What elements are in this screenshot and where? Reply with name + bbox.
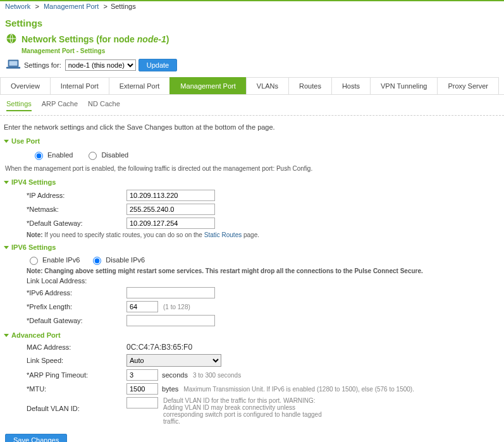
settings-for-row: Settings for: node-1 (this node) Update (5, 58, 504, 72)
mac-label: MAC Address: (0, 343, 126, 351)
breadcrumb-sep: > (35, 3, 39, 10)
settings-for-select[interactable]: node-1 (this node) (65, 59, 136, 71)
ipv4-ip-label: *IP Address: (0, 192, 126, 199)
laptop-icon (5, 58, 22, 72)
tab-management-port[interactable]: Management Port (169, 77, 246, 94)
tab-hosts[interactable]: Hosts (331, 77, 371, 94)
use-port-enabled-label: Enabled (47, 151, 73, 159)
arp-timeout-input[interactable] (126, 369, 158, 381)
tab-external-port[interactable]: External Port (109, 77, 171, 94)
ipv6-disable-radio[interactable] (93, 257, 101, 265)
arp-unit: seconds (162, 371, 188, 379)
network-settings-title: Network Settings (for node node-1) (22, 34, 169, 44)
vlan-input[interactable] (126, 397, 158, 408)
page-title: Settings (5, 18, 504, 28)
section-advanced-label: Advanced Port (11, 331, 61, 339)
chevron-down-icon (4, 334, 9, 337)
vlan-label: Default VLAN ID: (0, 397, 126, 412)
use-port-disabled-label: Disabled (101, 151, 128, 159)
tab-routes[interactable]: Routes (288, 77, 332, 94)
network-icon (5, 32, 18, 46)
ipv6-prefix-label: *Prefix Length: (0, 303, 126, 310)
use-port-disabled[interactable]: Disabled (85, 150, 128, 160)
net-title-suffix: ) (166, 34, 169, 44)
section-use-port-label: Use Port (11, 137, 40, 145)
breadcrumb-settings: Settings (111, 3, 136, 10)
subtab-settings[interactable]: Settings (6, 100, 32, 111)
breadcrumb-sep: > (103, 3, 107, 10)
main-tabs: Overview Internal Port External Port Man… (0, 77, 504, 95)
ipv6-enable[interactable]: Enable IPv6 (27, 255, 80, 265)
breadcrumb: Network > Management Port > Settings (0, 0, 504, 11)
ipv6-radios: Enable IPv6 Disable IPv6 (27, 255, 504, 265)
chevron-down-icon (4, 246, 9, 249)
section-use-port[interactable]: Use Port (4, 137, 500, 145)
section-ipv4[interactable]: IPV4 Settings (4, 178, 500, 186)
ipv6-disable[interactable]: Disable IPv6 (90, 255, 145, 265)
sub-breadcrumb: Management Port - Settings (22, 47, 504, 54)
ipv6-disable-label: Disable IPv6 (106, 256, 145, 264)
arp-hint: 3 to 300 seconds (193, 372, 241, 379)
ipv4-netmask-label: *Netmask: (0, 206, 126, 213)
link-speed-label: Link Speed: (0, 357, 126, 364)
tab-internal-port[interactable]: Internal Port (50, 77, 109, 94)
mgmt-port-help: When the management port is enabled, the… (5, 165, 499, 172)
arp-timeout-label: *ARP Ping Timeout: (0, 371, 126, 379)
ipv6-linklocal-label: Link Local Address: (0, 277, 126, 285)
note-bold: Note: (27, 231, 43, 238)
use-port-enabled[interactable]: Enabled (32, 150, 73, 160)
ipv6-enable-label: Enable IPv6 (42, 256, 80, 264)
ipv6-prefix-input[interactable] (126, 301, 158, 312)
use-port-enabled-radio[interactable] (35, 152, 43, 160)
note-text: If you need to specify static routes, yo… (43, 231, 204, 238)
ipv4-gateway-input[interactable] (126, 218, 215, 229)
ipv6-address-label: *IPv6 Address: (0, 289, 126, 297)
svg-rect-2 (9, 61, 18, 65)
settings-for-label: Settings for: (24, 61, 61, 69)
section-advanced[interactable]: Advanced Port (4, 331, 500, 339)
tab-overview[interactable]: Overview (0, 77, 51, 94)
subtab-nd-cache[interactable]: ND Cache (88, 100, 120, 111)
link-speed-select[interactable]: Auto (126, 354, 221, 367)
network-settings-header: Network Settings (for node node-1) (5, 32, 504, 46)
static-routes-link[interactable]: Static Routes (204, 231, 242, 238)
use-port-radios: Enabled Disabled (32, 150, 504, 160)
sub-tabs: Settings ARP Cache ND Cache (0, 95, 504, 116)
ipv4-gateway-label: *Default Gateway: (0, 219, 126, 227)
subtab-arp-cache[interactable]: ARP Cache (42, 100, 78, 111)
net-title-prefix: Network Settings (for node (22, 34, 137, 44)
save-changes-button[interactable]: Save Changes (5, 434, 67, 442)
chevron-down-icon (4, 181, 9, 184)
ipv4-netmask-input[interactable] (126, 204, 215, 215)
svg-rect-3 (6, 67, 20, 69)
tab-vlans[interactable]: VLANs (246, 77, 289, 94)
ipv6-address-input[interactable] (126, 287, 215, 298)
ipv6-enable-radio[interactable] (30, 257, 38, 265)
instruction-text: Enter the network settings and click the… (4, 123, 500, 131)
vlan-warning: Default VLAN ID for the traffic for this… (163, 397, 328, 425)
section-ipv6[interactable]: IPV6 Settings (4, 243, 500, 251)
mtu-hint: Maximum Transmission Unit. If IPv6 is en… (183, 386, 414, 393)
mtu-unit: bytes (162, 385, 178, 393)
breadcrumb-management-port[interactable]: Management Port (44, 3, 99, 10)
mac-value: 0C:C4:7A:B3:65:F0 (126, 343, 192, 352)
net-title-node: node-1 (137, 34, 166, 44)
mtu-label: *MTU: (0, 385, 126, 393)
ipv6-warning-text: Note: Changing above setting might resta… (27, 267, 423, 274)
use-port-disabled-radio[interactable] (89, 152, 97, 160)
section-ipv6-label: IPV6 Settings (11, 243, 56, 251)
mtu-input[interactable] (126, 383, 158, 395)
ipv6-gateway-input[interactable] (126, 315, 215, 326)
chevron-down-icon (4, 140, 9, 143)
section-ipv4-label: IPV4 Settings (11, 178, 56, 186)
breadcrumb-network[interactable]: Network (5, 3, 30, 10)
tab-proxy-server[interactable]: Proxy Server (437, 77, 499, 94)
ipv6-gateway-label: *Default Gateway: (0, 317, 126, 324)
tab-vpn-tunneling[interactable]: VPN Tunneling (370, 77, 438, 94)
ipv6-prefix-hint: (1 to 128) (163, 304, 190, 310)
ipv4-ip-input[interactable] (126, 190, 215, 201)
update-button[interactable]: Update (138, 59, 177, 71)
ipv4-static-routes-note: Note: If you need to specify static rout… (27, 231, 504, 238)
note-page: page. (242, 231, 259, 238)
ipv6-warning: Note: Changing above setting might resta… (27, 267, 504, 274)
